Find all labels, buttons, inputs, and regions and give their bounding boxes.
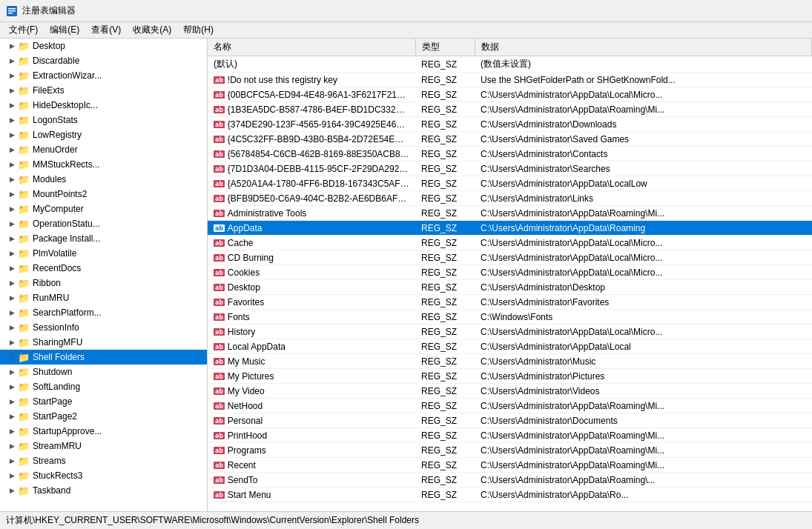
tree-expand-icon[interactable]: ▶	[6, 425, 18, 437]
registry-row[interactable]: abFontsREG_SZC:\Windows\Fonts	[208, 310, 812, 325]
tree-expand-icon[interactable]: ▶	[6, 188, 18, 200]
tree-expand-icon[interactable]: ▶	[6, 233, 18, 244]
tree-item[interactable]: ▶📁StuckRects3	[0, 468, 207, 483]
registry-row[interactable]: abCacheREG_SZC:\Users\Administrator\AppD…	[208, 236, 812, 250]
tree-item[interactable]: ▶📁StreamMRU	[0, 439, 207, 453]
registry-row[interactable]: abAdministrative ToolsREG_SZC:\Users\Adm…	[208, 206, 812, 221]
tree-expand-icon[interactable]: ▶	[6, 366, 18, 378]
tree-expand-icon[interactable]: ▶	[6, 322, 18, 333]
menu-item[interactable]: 查看(V)	[85, 22, 127, 38]
tree-expand-icon[interactable]: ▶	[6, 173, 18, 185]
registry-row[interactable]: ab{374DE290-123F-4565-9164-39C4925E467B}…	[208, 117, 812, 132]
tree-item[interactable]: ▶📁Desktop	[0, 39, 207, 53]
tree-item[interactable]: ▶📁Shutdown	[0, 365, 207, 379]
tree-item[interactable]: ▶📁Modules	[0, 172, 207, 187]
registry-row[interactable]: abMy MusicREG_SZC:\Users\Administrator\M…	[208, 354, 812, 369]
registry-row[interactable]: ab{7D1D3A04-DEBB-4115-95CF-2F29DA2920DA}…	[208, 162, 812, 176]
tree-expand-icon[interactable]: ▶	[6, 410, 18, 422]
tree-expand-icon[interactable]: ▶	[6, 455, 18, 467]
tree-item[interactable]: ▶📁Taskband	[0, 483, 207, 498]
registry-row[interactable]: ab!Do not use this registry keyREG_SZUse…	[208, 73, 812, 87]
tree-item[interactable]: ▶📁RunMRU	[0, 290, 207, 305]
registry-row[interactable]: abStart MenuREG_SZC:\Users\Administrator…	[208, 488, 812, 502]
tree-item[interactable]: ▶📁Ribbon	[0, 276, 207, 290]
tree-item[interactable]: ▶📁RecentDocs	[0, 261, 207, 276]
tree-item[interactable]: ▶📁FileExts	[0, 83, 207, 98]
registry-row[interactable]: ab{BFB9D5E0-C6A9-404C-B2B2-AE6DB6AF4968}…	[208, 191, 812, 206]
tree-expand-icon[interactable]: ▶	[6, 129, 18, 141]
tree-expand-icon[interactable]: ▶	[6, 381, 18, 393]
menu-item[interactable]: 收藏夹(A)	[127, 22, 177, 38]
registry-row[interactable]: abMy VideoREG_SZC:\Users\Administrator\V…	[208, 384, 812, 399]
tree-expand-icon[interactable]: ▶	[6, 99, 18, 111]
tree-expand-icon[interactable]: ▶	[6, 218, 18, 230]
tree-expand-icon[interactable]: ▶	[6, 247, 18, 259]
registry-row[interactable]: ab{4C5C32FF-BB9D-43B0-B5B4-2D72E54EAAA4}…	[208, 132, 812, 147]
tree-item[interactable]: ▶📁SessionInfo	[0, 320, 207, 335]
registry-row[interactable]: abMy PicturesREG_SZC:\Users\Administrato…	[208, 369, 812, 384]
registry-row[interactable]: abRecentREG_SZC:\Users\Administrator\App…	[208, 458, 812, 473]
tree-item[interactable]: ▶📁Streams	[0, 453, 207, 468]
registry-row[interactable]: abPersonalREG_SZC:\Users\Administrator\D…	[208, 413, 812, 428]
tree-item-label: SoftLanding	[33, 382, 80, 392]
registry-row[interactable]: abNetHoodREG_SZC:\Users\Administrator\Ap…	[208, 399, 812, 413]
tree-item[interactable]: ▶📁MountPoints2	[0, 187, 207, 202]
values-panel[interactable]: 名称 类型 数据 (默认)REG_SZ(数值未设置)ab!Do not use …	[208, 39, 812, 511]
tree-item[interactable]: ▶📁Package Install...	[0, 231, 207, 246]
tree-item[interactable]: ▶📁PlmVolatile	[0, 246, 207, 261]
tree-item[interactable]: ▶📁OperationStatu...	[0, 216, 207, 231]
tree-item[interactable]: ▶📁ExtractionWizar...	[0, 68, 207, 83]
registry-row[interactable]: abCD BurningREG_SZC:\Users\Administrator…	[208, 250, 812, 265]
registry-row[interactable]: ab{00BCFC5A-ED94-4E48-96A1-3F6217F21990}…	[208, 87, 812, 102]
tree-item[interactable]: ▼📁Shell Folders	[0, 350, 207, 365]
menu-item[interactable]: 帮助(H)	[177, 22, 219, 38]
tree-item[interactable]: ▶📁StartupApprove...	[0, 424, 207, 439]
tree-item[interactable]: ▶📁SoftLanding	[0, 379, 207, 394]
registry-row[interactable]: ab{56784854-C6CB-462B-8169-88E350ACB882}…	[208, 147, 812, 162]
tree-expand-icon[interactable]: ▶	[6, 485, 18, 496]
tree-expand-icon[interactable]: ▶	[6, 84, 18, 96]
tree-expand-icon[interactable]: ▶	[6, 277, 18, 289]
tree-item[interactable]: ▶📁Discardable	[0, 53, 207, 68]
tree-expand-icon[interactable]: ▶	[6, 336, 18, 348]
registry-row[interactable]: abCookiesREG_SZC:\Users\Administrator\Ap…	[208, 265, 812, 280]
tree-expand-icon[interactable]: ▼	[6, 351, 18, 363]
tree-panel[interactable]: ▶📁Desktop▶📁Discardable▶📁ExtractionWizar.…	[0, 39, 208, 511]
tree-item[interactable]: ▶📁LowRegistry	[0, 127, 207, 142]
tree-item[interactable]: ▶📁StartPage2	[0, 409, 207, 424]
menu-item[interactable]: 文件(F)	[3, 22, 44, 38]
registry-row[interactable]: abHistoryREG_SZC:\Users\Administrator\Ap…	[208, 325, 812, 339]
tree-item[interactable]: ▶📁HideDesktopIc...	[0, 98, 207, 113]
registry-row[interactable]: abAppDataREG_SZC:\Users\Administrator\Ap…	[208, 221, 812, 236]
tree-expand-icon[interactable]: ▶	[6, 70, 18, 81]
tree-expand-icon[interactable]: ▶	[6, 396, 18, 407]
tree-item[interactable]: ▶📁MenuOrder	[0, 142, 207, 157]
tree-expand-icon[interactable]: ▶	[6, 262, 18, 274]
tree-expand-icon[interactable]: ▶	[6, 55, 18, 67]
tree-expand-icon[interactable]: ▶	[6, 159, 18, 170]
registry-row[interactable]: abLocal AppDataREG_SZC:\Users\Administra…	[208, 339, 812, 354]
tree-expand-icon[interactable]: ▶	[6, 40, 18, 52]
registry-row[interactable]: abFavoritesREG_SZC:\Users\Administrator\…	[208, 295, 812, 310]
tree-expand-icon[interactable]: ▶	[6, 307, 18, 319]
tree-expand-icon[interactable]: ▶	[6, 470, 18, 482]
tree-expand-icon[interactable]: ▶	[6, 114, 18, 126]
tree-item[interactable]: ▶📁LogonStats	[0, 113, 207, 127]
registry-row[interactable]: abPrintHoodREG_SZC:\Users\Administrator\…	[208, 428, 812, 443]
tree-item[interactable]: ▶📁StartPage	[0, 394, 207, 409]
tree-expand-icon[interactable]: ▶	[6, 144, 18, 156]
registry-row[interactable]: (默认)REG_SZ(数值未设置)	[208, 56, 812, 73]
tree-expand-icon[interactable]: ▶	[6, 440, 18, 452]
tree-expand-icon[interactable]: ▶	[6, 292, 18, 304]
tree-expand-icon[interactable]: ▶	[6, 203, 18, 215]
registry-row[interactable]: abProgramsREG_SZC:\Users\Administrator\A…	[208, 443, 812, 458]
tree-item[interactable]: ▶📁MyComputer	[0, 202, 207, 216]
tree-item[interactable]: ▶📁SharingMFU	[0, 335, 207, 350]
registry-row[interactable]: abDesktopREG_SZC:\Users\Administrator\De…	[208, 280, 812, 295]
registry-row[interactable]: ab{A520A1A4-1780-4FF6-BD18-167343C5AF16}…	[208, 176, 812, 191]
registry-row[interactable]: ab{1B3EA5DC-B587-4786-B4EF-BD1DC332AEAE}…	[208, 102, 812, 117]
menu-item[interactable]: 编辑(E)	[44, 22, 85, 38]
tree-item[interactable]: ▶📁SearchPlatform...	[0, 305, 207, 320]
tree-item[interactable]: ▶📁MMStuckRects...	[0, 157, 207, 172]
registry-row[interactable]: abSendToREG_SZC:\Users\Administrator\App…	[208, 473, 812, 488]
